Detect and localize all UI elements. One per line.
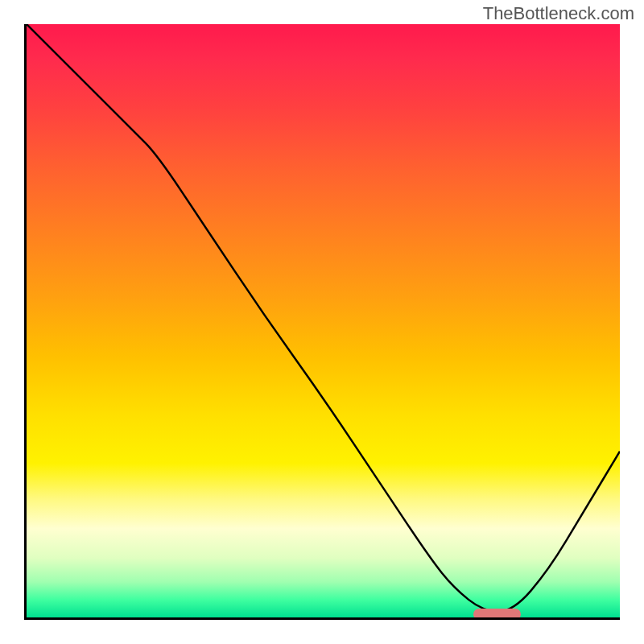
curve-svg [27,24,620,617]
chart-container: TheBottleneck.com [0,0,644,644]
plot-area [24,24,620,620]
bottleneck-curve [27,24,620,612]
watermark-text: TheBottleneck.com [483,3,634,24]
optimal-marker [473,609,521,620]
